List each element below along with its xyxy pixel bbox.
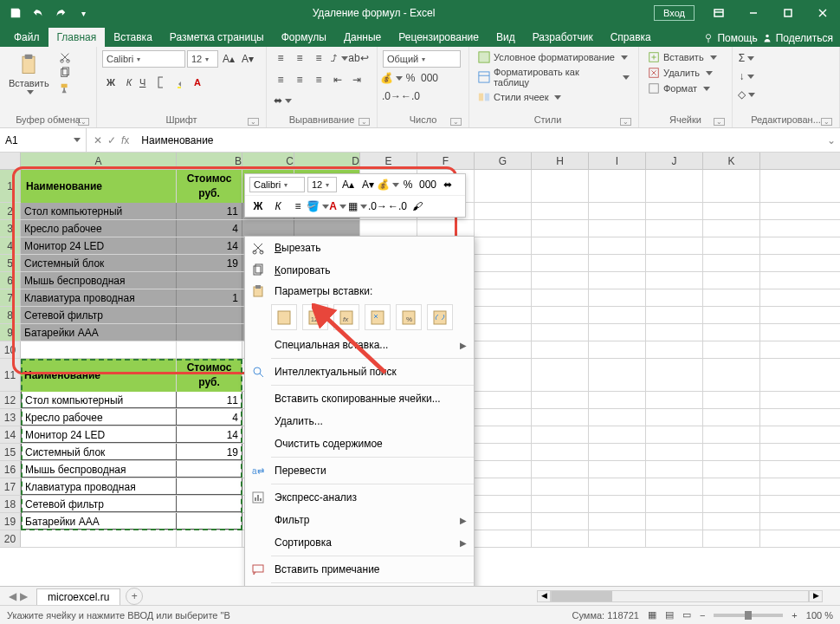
align-middle-icon[interactable]: ≡ xyxy=(291,50,308,66)
ctx-delete[interactable]: Удалить... xyxy=(245,410,474,432)
row-header[interactable]: 7 xyxy=(0,289,21,306)
increase-indent-icon[interactable]: ⇥ xyxy=(348,72,365,88)
mini-italic-button[interactable]: К xyxy=(269,198,287,214)
col-header-h[interactable]: H xyxy=(532,153,589,169)
cell[interactable]: Стол компьютерный xyxy=(21,392,177,408)
row-header[interactable]: 8 xyxy=(0,307,21,323)
mini-decrease-font-icon[interactable]: A▾ xyxy=(359,177,377,192)
cell[interactable] xyxy=(177,307,242,323)
cell[interactable]: 1 xyxy=(177,289,242,306)
view-normal-icon[interactable]: ▦ xyxy=(648,609,656,621)
undo-icon[interactable] xyxy=(28,3,48,23)
align-center-icon[interactable]: ≡ xyxy=(291,72,308,88)
cell[interactable] xyxy=(177,513,242,530)
cell[interactable] xyxy=(177,478,242,495)
format-as-table-button[interactable]: Форматировать как таблицу xyxy=(475,66,633,88)
cell[interactable]: Наименование xyxy=(21,170,177,203)
col-header-i[interactable]: I xyxy=(589,153,646,169)
col-header-d[interactable]: D xyxy=(294,153,360,169)
cell[interactable]: Мышь беспроводная xyxy=(21,272,177,289)
col-header-c[interactable]: C xyxy=(242,153,294,169)
fx-icon[interactable]: fx xyxy=(121,134,129,146)
cell[interactable]: 14 xyxy=(177,426,242,443)
number-format-combo[interactable]: Общий xyxy=(383,50,461,68)
cell[interactable]: 14 xyxy=(177,237,242,254)
italic-button[interactable]: К xyxy=(120,74,138,91)
orientation-icon[interactable]: ⭜ xyxy=(329,50,346,66)
ctx-insert-comment[interactable]: Вставить примечание xyxy=(245,558,474,581)
cell[interactable]: 19 xyxy=(177,444,242,460)
decrease-indent-icon[interactable]: ⇤ xyxy=(329,72,346,88)
name-box[interactable]: A1 xyxy=(0,128,87,152)
mini-format-painter-icon[interactable]: 🖌 xyxy=(409,198,426,214)
sheet-tab[interactable]: microexcel.ru xyxy=(36,588,120,605)
percent-icon[interactable]: % xyxy=(402,70,419,86)
col-header-j[interactable]: J xyxy=(646,153,703,169)
tab-view[interactable]: Вид xyxy=(488,28,524,47)
paste-link-icon[interactable] xyxy=(427,304,453,330)
font-size-combo[interactable]: 12 xyxy=(187,50,218,68)
mini-increase-font-icon[interactable]: A▴ xyxy=(339,177,357,192)
row-header[interactable]: 4 xyxy=(0,237,21,254)
paste-button[interactable]: Вставить xyxy=(5,50,53,96)
cell[interactable]: Клавиатура проводная xyxy=(21,478,177,495)
cell[interactable]: 11 xyxy=(177,392,242,408)
mini-comma-icon[interactable]: 000 xyxy=(419,177,436,192)
row-header[interactable]: 13 xyxy=(0,409,21,426)
decrease-decimal-icon[interactable]: ←.0 xyxy=(402,88,419,104)
tab-data[interactable]: Данные xyxy=(335,28,390,47)
conditional-formatting-button[interactable]: Условное форматирование xyxy=(475,50,633,64)
paste-values-icon[interactable]: 123 xyxy=(302,304,328,330)
borders-icon[interactable] xyxy=(157,74,174,91)
row-header[interactable]: 11 xyxy=(0,359,21,391)
row-header[interactable]: 16 xyxy=(0,461,21,478)
zoom-in-button[interactable]: + xyxy=(792,610,797,621)
cell-styles-button[interactable]: Стили ячеек xyxy=(475,90,633,104)
col-header-g[interactable]: G xyxy=(475,153,532,169)
expand-formula-bar-icon[interactable]: ⌄ xyxy=(823,134,840,146)
tab-home[interactable]: Главная xyxy=(48,28,106,47)
ctx-translate[interactable]: a⇄Перевести xyxy=(245,459,474,482)
cell[interactable]: Батарейки AAA xyxy=(21,513,177,530)
cell[interactable] xyxy=(177,324,242,341)
row-header[interactable]: 12 xyxy=(0,392,21,408)
cell[interactable]: Мышь беспроводная xyxy=(21,461,177,478)
delete-cells-button[interactable]: Удалить xyxy=(644,66,720,80)
cell[interactable]: 11 xyxy=(177,203,242,219)
cell[interactable] xyxy=(177,496,242,512)
paste-formulas-icon[interactable]: fx xyxy=(333,304,359,330)
row-header[interactable]: 15 xyxy=(0,444,21,460)
increase-decimal-icon[interactable]: .0→ xyxy=(383,88,400,104)
zoom-level[interactable]: 100 % xyxy=(806,610,833,621)
row-header[interactable]: 9 xyxy=(0,324,21,341)
zoom-out-button[interactable]: − xyxy=(700,610,705,621)
mini-fill-icon[interactable]: 🪣 xyxy=(309,198,326,214)
ctx-cut[interactable]: Вырезать xyxy=(245,237,474,259)
ctx-quick-analysis[interactable]: Экспресс-анализ xyxy=(245,486,474,509)
tab-page-layout[interactable]: Разметка страницы xyxy=(161,28,273,47)
cell[interactable]: Сетевой фильтр xyxy=(21,307,177,323)
cell[interactable]: Сетевой фильтр xyxy=(21,496,177,512)
ctx-paste-special[interactable]: Специальная вставка...▶ xyxy=(245,334,474,356)
row-header[interactable]: 5 xyxy=(0,255,21,271)
formula-input[interactable]: Наименование xyxy=(136,134,823,146)
cell[interactable]: Стол компьютерный xyxy=(21,203,177,219)
cell[interactable] xyxy=(177,272,242,289)
row-header[interactable]: 3 xyxy=(0,220,21,237)
tab-formulas[interactable]: Формулы xyxy=(273,28,335,47)
tab-file[interactable]: Файл xyxy=(5,28,48,47)
row-header[interactable]: 2 xyxy=(0,203,21,219)
tab-help[interactable]: Справка xyxy=(602,28,660,47)
close-icon[interactable] xyxy=(805,0,840,26)
minimize-icon[interactable] xyxy=(736,0,771,26)
ctx-copy[interactable]: Копировать xyxy=(245,259,474,282)
col-header-e[interactable]: E xyxy=(360,153,417,169)
font-name-combo[interactable]: Calibri xyxy=(102,50,185,68)
tab-developer[interactable]: Разработчик xyxy=(524,28,602,47)
tab-review[interactable]: Рецензирование xyxy=(390,28,488,47)
row-header[interactable]: 19 xyxy=(0,513,21,530)
cell[interactable]: 19 xyxy=(177,255,242,271)
paste-all-icon[interactable] xyxy=(271,304,297,330)
col-header-f[interactable]: F xyxy=(417,153,475,169)
select-all-triangle[interactable] xyxy=(0,153,21,169)
